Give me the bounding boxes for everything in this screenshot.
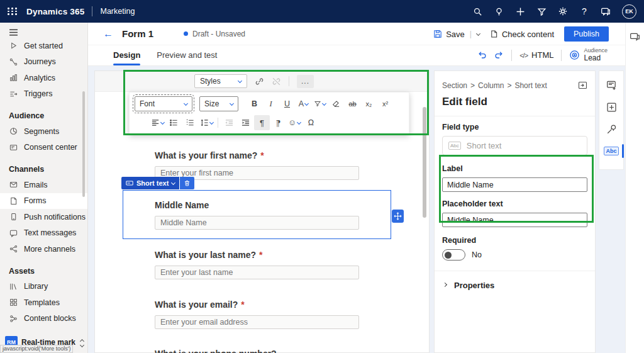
label-input[interactable] [442,177,587,192]
theme-tool[interactable] [604,121,619,137]
increase-indent-button[interactable] [238,115,253,130]
sidebar-item-triggers[interactable]: Triggers [0,86,87,103]
label-section: Label [435,163,595,199]
ltr-direction-button[interactable]: ¶ [254,115,270,130]
feedback-icon[interactable] [597,3,614,20]
document-icon [490,30,498,38]
sidebar-item-library[interactable]: Library [0,279,87,295]
eraser-icon [332,100,340,108]
rtl-direction-button[interactable]: ¶ [270,115,286,130]
subscript-button[interactable]: x₂ [361,96,377,111]
sidebar-item-more-channels[interactable]: More channels [0,241,87,257]
waffle-icon[interactable] [8,8,18,15]
line-spacing-button[interactable] [199,115,214,130]
sidebar-item-emails[interactable]: Emails [0,177,87,193]
numbered-list-button[interactable] [182,115,198,130]
analytics-icon [9,74,18,82]
italic-button[interactable]: I [263,96,279,111]
sidebar-item-content-blocks[interactable]: Content blocks [0,311,87,327]
check-content-button[interactable]: Check content [490,30,554,39]
decrease-indent-button[interactable] [221,115,237,130]
browser-status-tooltip: javascript:void('More tools') [0,345,73,353]
strikethrough-button[interactable]: ab [345,96,360,111]
gear-icon[interactable] [554,3,572,20]
delete-field-button[interactable] [180,177,194,189]
sidebar-item-segments[interactable]: Segments [0,123,87,140]
add-element-icon [606,102,617,113]
font-color-button[interactable]: A [296,96,311,111]
font-dropdown[interactable]: Font [135,96,192,111]
sidebar-item-templates[interactable]: Templates [0,294,87,311]
feedback-panel-icon[interactable] [630,30,640,43]
plus-icon[interactable] [511,3,529,20]
superscript-button[interactable]: x² [377,96,393,111]
text-format-toolbar: Font Size B I U A ab x₂ x² [129,92,409,135]
chevron-right-icon [443,283,447,287]
canvas-scrollbar[interactable] [423,107,426,218]
required-toggle[interactable] [442,249,465,261]
search-icon[interactable] [469,3,486,20]
tab-preview-and-test[interactable]: Preview and test [157,50,217,65]
underline-button[interactable]: U [279,96,295,111]
redo-button[interactable] [494,50,504,60]
content-blocks-icon [9,315,18,323]
lightbulb-icon[interactable] [490,3,508,20]
emoji-button[interactable]: ☺ [287,115,303,130]
bulleted-list-button[interactable] [166,115,182,130]
push-icon [9,213,18,221]
sidebar-item-analytics[interactable]: Analytics [0,70,87,86]
add-element-tool[interactable] [604,99,619,115]
sidebar-item-journeys[interactable]: Journeys [0,54,87,70]
sidebar-item-get-started[interactable]: Get started [0,38,87,54]
link-icon[interactable] [255,77,264,86]
highlight-button[interactable] [312,96,328,111]
size-dropdown[interactable]: Size [199,96,238,111]
publish-button[interactable]: Publish [564,26,609,42]
special-character-button[interactable]: Ω [303,115,319,130]
undo-button[interactable] [477,50,487,60]
align-button[interactable] [150,115,165,130]
sidebar-scrollbar[interactable] [82,91,85,197]
app-name[interactable]: Dynamics 365 [26,7,84,16]
help-icon[interactable]: ? [575,3,593,20]
segments-icon [9,127,18,135]
tab-design[interactable]: Design [113,50,140,65]
add-field-tool[interactable] [604,77,619,92]
move-handle[interactable] [392,210,404,223]
filter-icon[interactable] [533,3,550,20]
tab-bar: Design Preview and test </> HTML Audienc… [88,45,644,66]
save-button[interactable]: Save | [433,30,480,39]
collapse-panel-icon[interactable] [578,81,587,89]
styles-dropdown[interactable]: Styles [194,74,247,88]
sidebar-item-text-messages[interactable]: Text messages [0,225,87,242]
sidebar-group-channels: Channels [0,155,87,177]
more-options-button[interactable]: ... [297,75,314,88]
unlink-icon[interactable] [272,77,281,86]
short-text-badge[interactable]: Short text [121,177,179,189]
breadcrumb-column[interactable]: Column [478,81,504,90]
user-avatar[interactable]: EK [622,4,636,19]
selected-element-outline[interactable] [123,190,391,239]
breadcrumb-section[interactable]: Section [442,81,467,90]
audience-button[interactable]: Audience Lead [569,48,608,62]
last-name-input[interactable] [155,266,359,279]
breadcrumb-short-text: Short text [514,81,547,90]
chevron-down-icon [304,101,309,105]
hamburger-icon[interactable] [0,23,87,38]
chevron-down-icon [209,120,213,124]
area-switcher-chevrons [80,339,84,347]
clear-format-button[interactable] [328,96,344,111]
area-name[interactable]: Marketing [100,7,135,16]
edit-field-tool[interactable]: Abc [604,143,619,159]
back-arrow-icon[interactable]: ← [103,28,113,40]
selected-element-badge[interactable]: Short text [121,177,194,189]
app-window: Dynamics 365 Marketing ? EK [0,0,644,353]
placeholder-input[interactable] [442,213,587,227]
email-input[interactable] [155,315,359,329]
sidebar-item-consent-center[interactable]: Consent center [0,140,87,156]
bold-button[interactable]: B [247,96,262,111]
sidebar-item-push-notifications[interactable]: Push notifications [0,209,87,225]
sidebar-item-forms[interactable]: Forms [0,193,87,210]
html-view-button[interactable]: </> HTML [519,50,553,60]
properties-accordion[interactable]: Properties [435,271,595,300]
